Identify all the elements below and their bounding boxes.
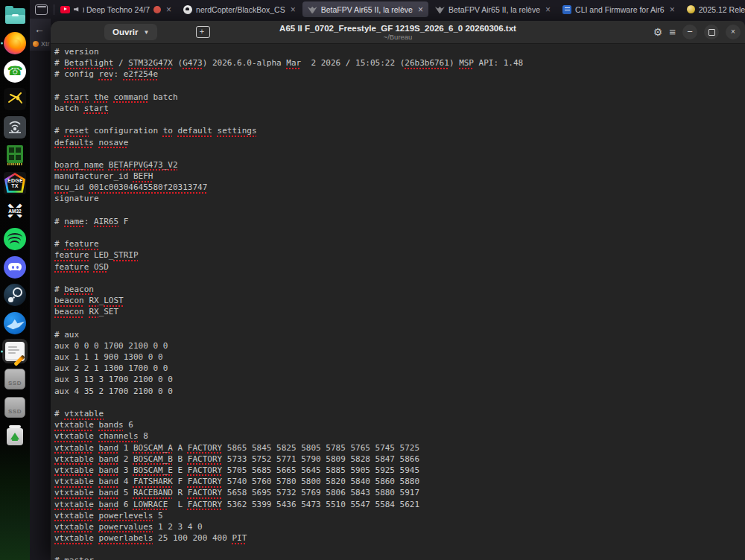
paper-line xyxy=(8,349,19,351)
misspelled-word: Mar xyxy=(286,58,301,68)
code-line: vtxtable band 4 FATSHARK F FACTORY 5740 … xyxy=(54,476,745,487)
dock-item-steam[interactable] xyxy=(2,283,28,308)
dock-item-trash[interactable] xyxy=(2,423,28,448)
browser-tab[interactable]: 2025.12 Release Notes | E× xyxy=(682,1,745,17)
misspelled-word: FATSHARK xyxy=(133,477,173,486)
bookmark-label: Xtr xyxy=(41,40,50,48)
browser-tab[interactable]: BetaFPV Air65 II, la relève× xyxy=(430,1,556,17)
dock-item-am32[interactable]: AM32 xyxy=(2,199,28,223)
misspelled-word: FACTORY xyxy=(188,477,222,486)
misspelled-word: start xyxy=(64,92,89,102)
code-line: # beacon xyxy=(54,284,745,295)
misspelled-word: BOSCAM_A xyxy=(133,443,173,453)
misspelled-word: feature xyxy=(64,239,98,249)
misspelled-word: board_name xyxy=(54,160,104,170)
tab-close-button[interactable]: × xyxy=(166,4,171,15)
code-line: vtxtable band 6 LOWRACE L FACTORY 5362 5… xyxy=(54,499,745,510)
misspelled-word: vtxtable xyxy=(54,465,94,475)
folder-slot xyxy=(12,14,19,16)
ssd-drive-2-label: SSD xyxy=(8,408,22,415)
gear-icon[interactable]: ⚙ xyxy=(653,27,663,37)
discord-eye xyxy=(16,266,19,269)
misspelled-word: 001c00304645580f20313747 xyxy=(89,182,207,192)
maximize-button[interactable] xyxy=(704,25,719,39)
dock-item-whatsapp[interactable] xyxy=(2,59,28,83)
code-line xyxy=(54,318,745,329)
browser-tab[interactable]: nerdCopter/BlackBox_CS× xyxy=(178,1,301,17)
misspelled-word: vtxtable xyxy=(54,477,94,486)
misspelled-word: vtxtable xyxy=(54,488,94,497)
code-line xyxy=(54,397,745,408)
misspelled-word: vtxtable xyxy=(54,420,94,430)
minimize-button[interactable]: − xyxy=(682,25,697,39)
dock-item-ssd-drive[interactable]: SSD xyxy=(2,367,28,392)
misspelled-word: FACTORY xyxy=(188,454,222,464)
tab-strip: Deep Techno 24/7×nerdCopter/BlackBox_CS×… xyxy=(54,0,745,19)
firefox-view-icon[interactable] xyxy=(35,4,48,15)
new-document-button[interactable] xyxy=(196,26,210,38)
code-line: # version xyxy=(54,46,745,57)
misspelled-word: defaults xyxy=(54,138,94,147)
dock-item-edgetx[interactable]: EDGE TX xyxy=(2,171,28,196)
cli-doc-icon xyxy=(562,5,571,14)
edgetx-icon: EDGE TX xyxy=(4,172,26,194)
back-button[interactable]: ← xyxy=(34,24,45,34)
code-line: vtxtable powervalues 1 2 3 4 0 xyxy=(54,521,745,532)
misspelled-word: vtxtable xyxy=(54,511,94,521)
dock-item-spotify[interactable] xyxy=(2,227,28,252)
tab-close-button[interactable]: × xyxy=(670,4,675,15)
betafpv-icon xyxy=(308,5,317,13)
tab-label: BetaFPV Air65 II, la relève xyxy=(321,5,413,14)
dock-item-betaflight[interactable] xyxy=(2,87,28,112)
editor-headerbar: Ouvrir ▼ A65 II F_0702_Freestyle_GF 1219… xyxy=(51,21,745,44)
code-line xyxy=(54,273,745,284)
steam-icon xyxy=(4,284,26,306)
open-button-label: Ouvrir xyxy=(112,28,139,36)
code-line: feature OSD xyxy=(54,261,745,273)
dock-item-chip[interactable] xyxy=(2,143,28,168)
misspelled-word: Betaflight xyxy=(64,58,113,68)
code-line: signature xyxy=(54,193,745,204)
misspelled-word: vtxtable xyxy=(54,454,94,464)
misspelled-word: feature xyxy=(54,250,89,260)
app-dock: EDGE TXAM32SSDSSD xyxy=(0,0,30,560)
misspelled-word: BOSCAM_E xyxy=(133,465,173,475)
misspelled-word: to xyxy=(163,126,173,136)
dock-item-ssd-drive-2[interactable]: SSD xyxy=(2,395,28,419)
browser-tab[interactable]: CLI and Firmware for Air6× xyxy=(557,1,680,17)
open-button[interactable]: Ouvrir ▼ xyxy=(104,24,157,40)
bookmark-favicon-icon xyxy=(33,41,39,47)
close-button[interactable]: × xyxy=(726,25,741,39)
code-line xyxy=(54,205,745,216)
tab-close-button[interactable]: × xyxy=(418,4,423,15)
misspelled-word: powerlabels xyxy=(99,533,153,543)
misspelled-word: start xyxy=(84,104,109,113)
misspelled-word: LOWRACE xyxy=(133,500,168,509)
github-icon xyxy=(183,5,192,14)
dock-item-files[interactable] xyxy=(2,3,28,28)
thunderbird-icon xyxy=(4,312,26,334)
browser-tab[interactable]: BetaFPV Air65 II, la relève× xyxy=(302,1,428,17)
hamburger-menu-icon[interactable]: ≡ xyxy=(669,27,676,37)
dock-item-thunderbird[interactable] xyxy=(2,311,28,336)
text-content-area[interactable]: # version# Betaflight / STM32G47X (G473)… xyxy=(51,44,745,560)
code-line: aux 3 13 3 1700 2100 0 0 xyxy=(54,374,745,385)
code-line: # config rev: e2f254e xyxy=(54,69,745,80)
misspelled-word: MSP xyxy=(459,58,474,68)
misspelled-word: mcu xyxy=(54,182,69,192)
misspelled-word: nosave xyxy=(99,138,129,147)
misspelled-word: default xyxy=(178,126,212,136)
misspelled-word: FACTORY xyxy=(188,465,222,475)
misspelled-word: PIT xyxy=(232,533,247,543)
dock-item-discord[interactable] xyxy=(2,255,28,279)
bookmark-item[interactable]: Xtr xyxy=(33,40,50,48)
dock-item-expresslrs[interactable] xyxy=(2,115,28,139)
files-icon xyxy=(5,8,25,24)
dock-item-text-editor[interactable] xyxy=(2,339,28,363)
tab-close-button[interactable]: × xyxy=(291,4,296,15)
browser-tab[interactable]: Deep Techno 24/7× xyxy=(55,1,177,17)
tab-close-button[interactable]: × xyxy=(545,4,551,15)
dock-item-firefox[interactable] xyxy=(2,31,28,56)
code-line: vtxtable channels 8 xyxy=(54,430,745,442)
misspelled-word: settings xyxy=(218,126,257,136)
